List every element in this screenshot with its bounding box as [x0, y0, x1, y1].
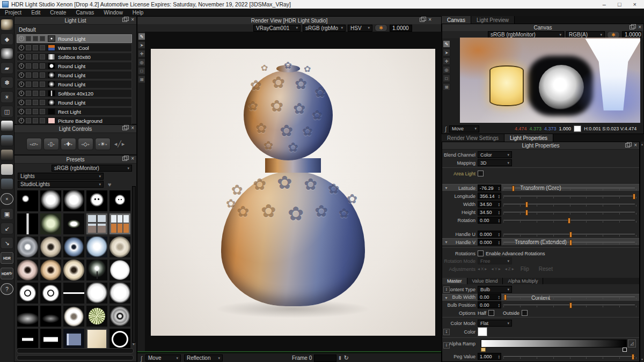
preset-thumbnail[interactable] — [86, 190, 108, 212]
preset-thumbnail[interactable] — [40, 282, 62, 304]
slider[interactable] — [503, 201, 636, 208]
value-field[interactable]: -76.29▴▾ — [478, 184, 501, 191]
slider-handle[interactable] — [525, 210, 528, 216]
preset-subcategory-dropdown[interactable]: StudioLights▾ — [18, 181, 104, 188]
slider[interactable] — [503, 293, 636, 300]
toggle-icon[interactable] — [26, 82, 31, 87]
toggle-icon[interactable] — [40, 100, 45, 105]
power-icon[interactable] — [19, 100, 24, 105]
menu-canvas[interactable]: Canvas — [71, 9, 99, 16]
light-group-label[interactable]: Default — [14, 25, 136, 34]
undo-icon[interactable]: ↙ — [1, 223, 13, 234]
color-mode-dropdown[interactable]: Flat▾ — [478, 320, 512, 327]
pause-icon[interactable]: Ⅱ — [339, 356, 341, 361]
preset-thumbnail[interactable] — [109, 328, 131, 350]
preset-thumbnail[interactable] — [17, 213, 39, 235]
slider[interactable] — [503, 353, 636, 360]
width-control-button[interactable]: ◂▯▸ — [43, 138, 59, 150]
slider[interactable] — [503, 209, 636, 216]
light-row[interactable]: Round Light — [17, 71, 132, 79]
softbox-light-icon[interactable]: ◆ — [1, 34, 13, 45]
slider-handle[interactable] — [504, 294, 507, 300]
toggle-icon[interactable] — [26, 63, 31, 69]
round-light-icon[interactable] — [1, 19, 13, 30]
preset-thumbnail[interactable] — [40, 213, 62, 235]
value-field[interactable]: 0.000▴▾ — [478, 239, 501, 246]
filter-icon[interactable]: ▼ — [132, 343, 135, 346]
image-content-2-icon[interactable] — [1, 150, 13, 160]
menu-window[interactable]: Window — [99, 9, 128, 16]
brightness-control-button[interactable]: ◂☀▸ — [95, 138, 111, 150]
preset-colorspace-dropdown[interactable]: sRGB (rgbMonitor)▾ — [52, 165, 132, 172]
tab-value-blend[interactable]: Value Blend — [467, 278, 503, 284]
half-checkbox[interactable] — [488, 310, 494, 316]
power-icon[interactable] — [19, 72, 24, 78]
spinner[interactable]: ▴▾ — [498, 240, 501, 245]
tab-master[interactable]: Master — [442, 278, 467, 284]
preset-thumbnail[interactable] — [63, 305, 85, 327]
help-icon[interactable]: ? — [1, 283, 13, 295]
color-picker-swatch[interactable] — [478, 327, 487, 336]
preset-thumbnail[interactable] — [17, 236, 39, 258]
preset-thumbnail[interactable] — [109, 190, 131, 212]
dock-icon[interactable] — [625, 143, 630, 147]
area-light-checkbox[interactable] — [478, 171, 484, 176]
tab-light-properties[interactable]: Light Properties — [504, 134, 553, 142]
light-row[interactable]: Round Light — [17, 34, 132, 43]
preset-thumbnail[interactable] — [40, 305, 62, 327]
toggle-icon[interactable] — [26, 54, 31, 60]
close-icon[interactable]: × — [633, 1, 636, 8]
preset-thumbnail[interactable] — [109, 236, 131, 258]
dock-icon[interactable] — [122, 126, 127, 130]
ramp-editor-icon[interactable]: ◿ — [628, 339, 636, 348]
preset-thumbnail[interactable] — [63, 259, 85, 281]
preset-hscrollbar-1[interactable] — [17, 348, 134, 353]
backdrop-light-icon[interactable]: ◫ — [1, 106, 13, 117]
pan-tool-icon[interactable]: ✛ — [443, 57, 450, 65]
spinner[interactable]: ▴▾ — [498, 295, 501, 299]
preset-thumbnail[interactable] — [109, 213, 131, 235]
value-field[interactable]: 0.00▴▾ — [478, 293, 501, 300]
toggle-icon[interactable] — [26, 109, 31, 114]
toggle-icon[interactable] — [33, 63, 38, 69]
redo-icon[interactable]: ↘ — [1, 238, 13, 248]
slider[interactable] — [503, 217, 636, 224]
preset-thumbnail[interactable] — [109, 259, 131, 281]
brush-tool-icon[interactable]: ✎ — [443, 40, 450, 48]
toggle-icon[interactable] — [40, 72, 45, 78]
sprite-content-icon[interactable] — [1, 179, 13, 189]
interaction-mode-dropdown[interactable]: Move▾ — [145, 354, 181, 361]
toggle-icon[interactable] — [40, 36, 45, 41]
toggle-icon[interactable] — [33, 54, 38, 60]
frame-tool-icon[interactable]: ▣ — [1, 209, 13, 219]
preset-thumbnail[interactable] — [17, 328, 39, 350]
advanced-rotations-checkbox[interactable] — [478, 250, 484, 256]
power-icon[interactable] — [19, 36, 24, 41]
close-icon[interactable]: × — [638, 25, 641, 29]
preset-thumbnail[interactable] — [109, 282, 131, 304]
preset-thumbnail[interactable] — [40, 236, 62, 258]
menu-create[interactable]: Create — [45, 9, 71, 16]
line-control-button[interactable]: ◂╱▸ — [114, 141, 125, 147]
properties-scrollbar[interactable]: ▲▼ — [640, 142, 644, 362]
slider-handle[interactable] — [568, 218, 570, 224]
slider[interactable] — [503, 231, 636, 238]
toggle-icon[interactable] — [33, 100, 38, 105]
ramp-peg-right[interactable] — [623, 348, 627, 352]
preset-thumbnail[interactable] — [86, 305, 108, 327]
close-icon[interactable]: × — [634, 143, 637, 147]
value-field[interactable]: 0.00▴▾ — [478, 217, 501, 224]
content-type-dropdown[interactable]: Bulb▾ — [478, 286, 512, 293]
value-field[interactable]: 1.000▴▾ — [478, 353, 501, 360]
zoom-tool-icon[interactable]: ◎ — [443, 66, 450, 73]
tab-light-preview[interactable]: Light Preview — [471, 16, 515, 24]
preset-thumbnail[interactable] — [86, 259, 108, 281]
menu-edit[interactable]: Edit — [26, 9, 45, 16]
slider-handle[interactable] — [569, 232, 572, 238]
favorite-heart-icon[interactable]: ♥ — [108, 181, 112, 188]
toggle-icon[interactable] — [40, 45, 45, 50]
preset-thumbnail[interactable] — [17, 282, 39, 304]
preset-thumbnail[interactable] — [63, 236, 85, 258]
cursor-tool-icon[interactable]: ➤ — [443, 49, 450, 56]
preset-thumbnail[interactable] — [17, 190, 39, 212]
